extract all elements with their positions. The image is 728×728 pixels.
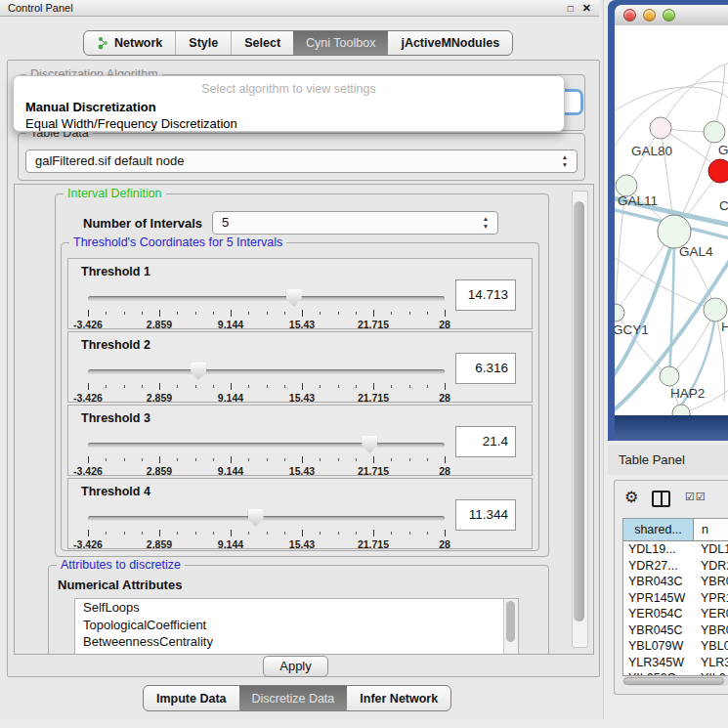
table-cell: YDR27... <box>623 558 694 575</box>
column-header-name[interactable]: n <box>694 519 728 540</box>
table-cell: YER0 <box>694 606 728 622</box>
tab-discretize-data[interactable]: Discretize Data <box>239 686 348 710</box>
spinner-arrows-icon[interactable]: ▲▼ <box>481 215 491 231</box>
float-window-icon[interactable]: □ <box>568 3 574 14</box>
table-cell: YBR043C <box>623 574 694 590</box>
attribute-item[interactable]: BetweennessCentrality <box>75 633 518 651</box>
table-row[interactable]: YDL19...YDL1 <box>623 541 728 558</box>
numerical-attributes-label: Numerical Attributes <box>58 578 182 592</box>
threshold-label: Threshold 3 <box>81 411 150 425</box>
gear-icon[interactable]: ⚙ <box>624 488 638 506</box>
network-graph: GAL80 G C GAL11 GAL4 GCY1 H HAP2 <box>615 25 728 415</box>
threshold-value-field[interactable]: 21.4 <box>455 426 516 457</box>
table-cell: YBL0 <box>694 638 728 655</box>
zoom-traffic-light[interactable] <box>663 9 675 21</box>
slider-thumb[interactable] <box>286 289 302 307</box>
slider-thumb[interactable] <box>191 363 206 380</box>
threshold-label: Threshold 4 <box>81 485 150 498</box>
tick-label: 15.43 <box>289 465 315 477</box>
slider-track[interactable] <box>88 516 445 521</box>
table-row[interactable]: YPR145WYPR1 <box>623 590 728 607</box>
number-of-intervals-combobox[interactable]: 5 ▲▼ <box>212 211 498 235</box>
threshold-1-slider[interactable]: -3.4262.8599.14415.4321.71528 <box>88 288 445 327</box>
slider-track[interactable] <box>88 369 445 374</box>
table-panel: ⚙ ☑☑ shared... n YDL19...YDL1YDR27...YDR… <box>614 480 728 695</box>
slider-thumb[interactable] <box>248 509 264 527</box>
threshold-label: Threshold 2 <box>81 338 150 352</box>
table-row[interactable]: YDR27...YDR2 <box>623 558 728 575</box>
dropdown-option-manual-discretization[interactable]: Manual Discretization <box>14 99 564 115</box>
network-node-bottom[interactable] <box>672 405 690 415</box>
threshold-3-box: Threshold 3 -3.4262.8599.14415.4321.7152… <box>67 405 533 476</box>
panel-scrollbar[interactable] <box>572 191 588 648</box>
apply-button[interactable]: Apply <box>263 656 328 677</box>
tick-label: 21.715 <box>358 392 389 404</box>
table-cell: YDR2 <box>694 558 728 575</box>
close-traffic-light[interactable] <box>623 9 636 21</box>
table-row[interactable]: YBR045CYBR0 <box>623 622 728 639</box>
network-node-gal80[interactable] <box>650 117 671 139</box>
list-scrollbar[interactable] <box>503 599 518 654</box>
tab-label: Select <box>244 32 280 55</box>
scrollbar-thumb[interactable] <box>574 201 584 621</box>
dropdown-option-equal-width-frequency[interactable]: Equal Width/Frequency Discretization <box>14 115 564 132</box>
tick-label: 9.144 <box>218 319 243 330</box>
node-label-gal80: GAL80 <box>631 144 672 158</box>
threshold-value-field[interactable]: 11.344 <box>455 499 516 531</box>
tick-label: -3.426 <box>73 465 103 477</box>
threshold-value-field[interactable]: 14.713 <box>455 279 516 311</box>
spinner-arrows-icon[interactable]: ▲▼ <box>560 153 570 169</box>
network-node-gal4[interactable] <box>658 215 691 248</box>
table-cell: YBR045C <box>623 622 694 639</box>
slider-thumb[interactable] <box>362 436 377 453</box>
tick-label: 9.144 <box>218 392 243 404</box>
tick-label: 28 <box>439 538 450 550</box>
network-node-hap2[interactable] <box>660 366 679 386</box>
column-header-shared[interactable]: shared... <box>623 519 694 540</box>
node-label-hap2: HAP2 <box>670 386 705 401</box>
node-label-gal4: GAL4 <box>679 244 713 259</box>
tab-select[interactable]: Select <box>231 31 293 55</box>
table-data-combobox[interactable]: galFiltered.sif default node ▲▼ <box>25 150 578 173</box>
scrollbar-thumb[interactable] <box>506 601 515 642</box>
tab-cyni-toolbox[interactable]: Cyni Toolbox <box>293 31 388 55</box>
split-columns-icon[interactable] <box>652 491 670 507</box>
attribute-item[interactable]: SelfLoops <box>75 599 518 617</box>
tick-label: 2.859 <box>147 392 172 404</box>
threshold-2-slider[interactable]: -3.4262.8599.14415.4321.71528 <box>88 362 445 401</box>
table-cell: YLR3 <box>694 655 728 671</box>
threshold-3-slider[interactable]: -3.4262.8599.14415.4321.71528 <box>88 435 445 474</box>
tab-impute-data[interactable]: Impute Data <box>144 686 239 710</box>
tick-label: 21.715 <box>358 319 389 330</box>
table-cell: YPR145W <box>623 590 694 607</box>
table-hscrollbar[interactable] <box>622 676 728 686</box>
attribute-item[interactable]: TopologicalCoefficient <box>75 617 518 634</box>
threshold-label: Threshold 1 <box>81 265 150 278</box>
top-tab-bar: Network Style Select Cyni Toolbox jActiv… <box>83 30 513 56</box>
table-row[interactable]: YLR345WYLR3 <box>623 655 728 671</box>
threshold-value-field[interactable]: 6.316 <box>455 353 516 384</box>
network-canvas[interactable]: GAL80 G C GAL11 GAL4 GCY1 H HAP2 <box>615 25 728 415</box>
threshold-4-slider[interactable]: -3.4262.8599.14415.4321.71528 <box>88 508 445 547</box>
close-icon[interactable]: ✕ <box>582 2 591 15</box>
table-row[interactable]: YER054CYER0 <box>623 606 728 622</box>
tab-infer-network[interactable]: Infer Network <box>347 686 450 710</box>
scrollbar-thumb[interactable] <box>623 677 724 685</box>
slider-track[interactable] <box>88 443 445 448</box>
table-row[interactable]: YBL079WYBL0 <box>623 638 728 655</box>
network-node-g[interactable] <box>704 121 725 143</box>
checkbox-icons[interactable]: ☑☑ <box>685 491 707 503</box>
minimize-traffic-light[interactable] <box>643 9 656 21</box>
tick-label: 15.43 <box>289 392 315 404</box>
network-node-h[interactable] <box>704 298 727 321</box>
network-node-selected[interactable] <box>708 159 728 183</box>
table-row[interactable]: YBR043CYBR0 <box>623 574 728 590</box>
tab-network[interactable]: Network <box>84 31 175 55</box>
tab-label: Cyni Toolbox <box>306 32 375 55</box>
network-node-gcy1[interactable] <box>615 304 624 321</box>
slider-track[interactable] <box>88 296 445 301</box>
tick-label: 2.859 <box>147 538 172 550</box>
tab-jactivemnodules[interactable]: jActiveMNodules <box>388 31 512 55</box>
tab-style[interactable]: Style <box>175 31 231 55</box>
table-cell: YBL079W <box>623 638 694 655</box>
